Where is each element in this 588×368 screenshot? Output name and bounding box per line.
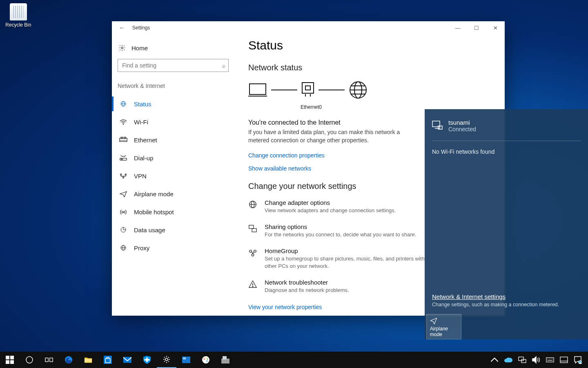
minimize-button[interactable]: —	[448, 25, 467, 31]
svg-rect-17	[249, 84, 266, 94]
nav-status[interactable]: Status	[118, 95, 229, 113]
mail-button[interactable]	[118, 352, 137, 368]
svg-point-9	[122, 159, 122, 159]
vpn-icon	[119, 173, 127, 179]
back-button[interactable]: ←	[112, 24, 132, 31]
svg-rect-54	[223, 356, 227, 359]
adapter-options-icon	[248, 200, 257, 209]
app-2-button[interactable]	[216, 352, 235, 368]
search-box: ⌕	[118, 59, 229, 72]
network-diagram	[248, 81, 497, 99]
ethernet-connected-icon	[432, 121, 443, 130]
option-adapter[interactable]: Change adapter options View network adap…	[248, 199, 436, 214]
svg-rect-32	[6, 356, 9, 359]
svg-rect-42	[123, 357, 131, 363]
section-network-status: Network status	[248, 63, 497, 72]
svg-point-45	[165, 358, 168, 361]
show-desktop-button[interactable]	[585, 352, 588, 368]
svg-point-29	[252, 286, 253, 287]
svg-rect-57	[546, 358, 554, 362]
wifi-icon	[119, 119, 127, 125]
svg-point-13	[123, 212, 124, 213]
window-title: Settings	[132, 25, 150, 31]
svg-point-26	[249, 250, 252, 253]
search-input[interactable]	[118, 59, 229, 72]
explorer-button[interactable]	[78, 352, 98, 368]
troubleshooter-icon	[248, 280, 257, 289]
tray-onedrive-icon[interactable]	[501, 352, 515, 368]
app-1-button[interactable]	[176, 352, 196, 368]
tray-network-icon[interactable]	[515, 352, 529, 368]
recycle-bin[interactable]: Recycle Bin	[4, 3, 33, 28]
nav-ethernet[interactable]: Ethernet	[118, 131, 229, 149]
recycle-bin-icon	[10, 3, 27, 20]
svg-rect-37	[45, 358, 48, 361]
svg-rect-58	[560, 357, 568, 363]
sharing-icon	[248, 224, 257, 233]
nav-hotspot[interactable]: Mobile hotspot	[118, 203, 229, 221]
svg-point-49	[204, 359, 205, 360]
search-icon: ⌕	[222, 62, 225, 69]
store-button[interactable]	[98, 352, 118, 368]
network-connection-item[interactable]: tsunami Connected	[425, 115, 588, 139]
link-view-properties[interactable]: View your network properties	[248, 304, 322, 310]
flyout-divider	[432, 141, 581, 141]
dialup-icon	[119, 155, 127, 161]
option-sharing[interactable]: Sharing options For the networks you con…	[248, 223, 436, 238]
nav-airplane[interactable]: Airplane mode	[118, 185, 229, 203]
nav-vpn[interactable]: VPN	[118, 167, 229, 185]
computer-icon	[248, 83, 267, 97]
no-wifi-label: No Wi-Fi networks found	[425, 148, 588, 155]
svg-rect-38	[50, 358, 53, 361]
defender-button[interactable]	[137, 352, 157, 368]
paint-button[interactable]	[196, 352, 216, 368]
svg-rect-31	[438, 126, 442, 129]
globe-large-icon	[349, 81, 368, 99]
titlebar: ← Settings — ☐ ✕	[112, 21, 505, 34]
maximize-button[interactable]: ☐	[467, 25, 486, 31]
nav-dialup[interactable]: Dial-up	[118, 149, 229, 167]
action-center-button[interactable]: 1	[571, 352, 585, 368]
airplane-mode-toggle[interactable]: Airplane mode	[426, 314, 461, 339]
start-button[interactable]	[0, 352, 20, 368]
nav-proxy[interactable]: Proxy	[118, 239, 229, 257]
option-troubleshooter[interactable]: Network troubleshooter Diagnose and fix …	[248, 279, 436, 294]
svg-point-3	[123, 124, 124, 125]
svg-rect-44	[145, 359, 150, 361]
hotspot-icon	[119, 209, 127, 215]
home-label: Home	[131, 45, 148, 52]
network-name: tsunami	[448, 119, 476, 126]
svg-point-36	[26, 357, 33, 363]
page-heading: Status	[248, 38, 497, 52]
svg-rect-18	[302, 83, 314, 93]
taskbar: 1	[0, 352, 588, 368]
edge-button[interactable]	[59, 352, 78, 368]
cortana-button[interactable]	[20, 352, 39, 368]
tray-volume-icon[interactable]	[529, 352, 543, 368]
recycle-bin-label: Recycle Bin	[5, 22, 31, 28]
settings-taskbar-button[interactable]	[157, 352, 176, 368]
tray-input-icon[interactable]	[557, 352, 571, 368]
tray-expand-button[interactable]	[488, 352, 501, 368]
airplane-icon	[119, 191, 127, 197]
svg-point-11	[125, 174, 126, 175]
proxy-icon	[119, 245, 127, 251]
svg-point-51	[207, 359, 208, 360]
globe-icon	[119, 101, 127, 107]
nav-wifi[interactable]: Wi-Fi	[118, 113, 229, 131]
network-state: Connected	[448, 126, 476, 132]
gear-icon	[118, 44, 126, 52]
task-view-button[interactable]	[39, 352, 59, 368]
svg-rect-19	[305, 86, 310, 90]
svg-rect-5	[121, 137, 122, 138]
svg-rect-34	[6, 360, 9, 364]
flyout-settings-link[interactable]: Network & Internet settings Change setti…	[425, 293, 588, 314]
svg-point-27	[254, 250, 256, 253]
nav-datausage[interactable]: Data usage	[118, 221, 229, 239]
close-button[interactable]: ✕	[486, 25, 505, 31]
svg-rect-55	[519, 357, 523, 361]
option-homegroup[interactable]: HomeGroup Set up a homegroup to share pi…	[248, 247, 436, 270]
tray-keyboard-icon[interactable]	[543, 352, 557, 368]
network-flyout: tsunami Connected No Wi-Fi networks foun…	[425, 109, 588, 339]
home-button[interactable]: Home	[118, 42, 229, 59]
